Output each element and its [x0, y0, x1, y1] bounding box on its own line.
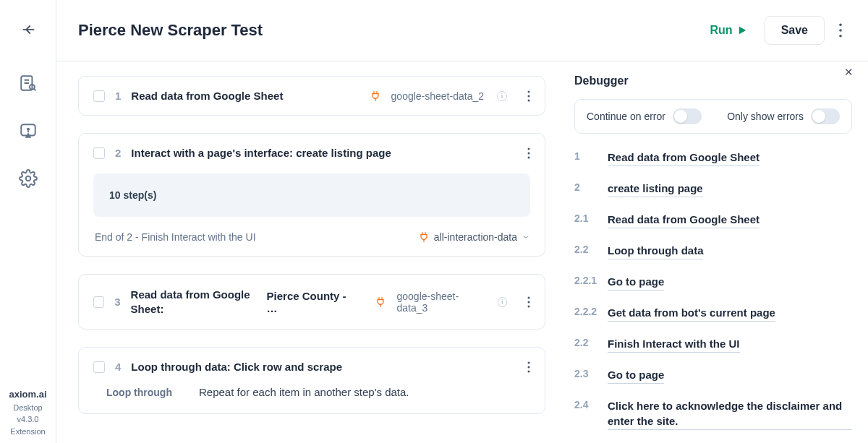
debugger-item[interactable]: 2.2Loop through data	[574, 243, 852, 259]
svg-point-6	[839, 29, 842, 32]
step-number: 3	[114, 296, 120, 308]
step-number: 1	[115, 90, 121, 102]
step-label: Loop through data: Click row and scrape	[131, 361, 342, 373]
svg-point-13	[528, 156, 530, 158]
page-title: Pierce New Scraper Test	[78, 21, 700, 40]
debugger-item-text: Go to page	[608, 274, 664, 291]
svg-point-9	[528, 95, 530, 97]
debugger-item-text: Go to page	[608, 367, 664, 384]
step-menu-button[interactable]	[527, 147, 530, 159]
save-button[interactable]: Save	[765, 16, 825, 45]
play-icon	[737, 25, 747, 35]
step-menu-button[interactable]	[527, 361, 530, 373]
data-output-tag: google-sheet-data_3	[396, 291, 484, 314]
debugger-item[interactable]: 2create listing page	[574, 181, 852, 197]
svg-point-7	[839, 35, 842, 38]
alerts-icon[interactable]	[19, 121, 38, 140]
search-steps-icon[interactable]	[19, 74, 38, 93]
step-sublabel: Pierce County - …	[267, 290, 355, 314]
info-icon[interactable]: i	[498, 297, 507, 307]
brand-version: v4.3.0	[9, 413, 46, 426]
run-button[interactable]: Run	[700, 17, 757, 44]
debugger-item-text: Read data from Google Sheet	[608, 212, 760, 228]
svg-point-17	[528, 361, 530, 364]
debugger-item-number: 2.2.1	[574, 274, 599, 286]
debugger-item-number: 2.2.2	[574, 305, 599, 317]
debugger-title: Debugger	[574, 74, 852, 87]
data-output-tag: all-interaction-data	[434, 231, 517, 243]
step-label: Read data from Google Sheet	[131, 90, 283, 102]
svg-point-19	[528, 370, 530, 372]
svg-point-10	[528, 99, 530, 101]
step-card[interactable]: 3 Read data from Google Sheet: Pierce Co…	[78, 274, 545, 330]
debugger-item[interactable]: 1Read data from Google Sheet	[574, 150, 852, 166]
steps-panel: 1 Read data from Google Sheet google-she…	[56, 61, 564, 443]
brand-extension: Extension	[9, 426, 46, 438]
debugger-item-number: 2.1	[574, 212, 599, 224]
step-menu-button[interactable]	[527, 90, 530, 102]
debugger-list: 1Read data from Google Sheet2create list…	[574, 150, 852, 443]
plug-icon	[418, 231, 430, 243]
svg-point-16	[528, 305, 530, 307]
debugger-item[interactable]: 2.2.1Go to page	[574, 274, 852, 291]
continue-on-error-toggle[interactable]	[673, 108, 702, 124]
debugger-item-text: Click here to acknowledge the disclaimer…	[608, 398, 852, 430]
step-end-label: End of 2 - Finish Interact with the UI	[95, 231, 256, 243]
debugger-item-text: Get data from bot's current page	[608, 305, 775, 322]
step-checkbox[interactable]	[93, 90, 105, 102]
brand-line: Desktop	[9, 402, 46, 414]
debugger-item-number: 2.3	[574, 367, 599, 379]
debugger-item-number: 2.2	[574, 243, 599, 255]
debugger-item[interactable]: 2.1Read data from Google Sheet	[574, 212, 852, 228]
debugger-item-number: 2	[574, 181, 599, 193]
svg-point-11	[528, 147, 530, 150]
step-end-row: End of 2 - Finish Interact with the UI a…	[93, 231, 530, 243]
chevron-down-icon	[522, 233, 530, 241]
debugger-item[interactable]: 2.3Go to page	[574, 367, 852, 384]
info-icon[interactable]: i	[497, 91, 507, 101]
step-menu-button[interactable]	[527, 296, 530, 308]
settings-icon[interactable]	[19, 169, 38, 188]
svg-point-14	[528, 296, 530, 298]
debugger-item[interactable]: 2.4Click here to acknowledge the disclai…	[574, 398, 852, 430]
svg-point-8	[528, 90, 530, 93]
loop-field-desc: Repeat for each item in another step's d…	[199, 386, 409, 400]
topbar: Pierce New Scraper Test Run Save	[56, 0, 868, 61]
debugger-panel: ✕ Debugger Continue on error Only show e…	[564, 61, 868, 443]
loop-field-label: Loop through	[106, 386, 179, 400]
step-card[interactable]: 1 Read data from Google Sheet google-she…	[78, 76, 545, 116]
step-label: Interact with a page's interface: create…	[131, 147, 391, 159]
svg-point-3	[27, 129, 28, 130]
back-button[interactable]	[20, 22, 36, 38]
svg-point-4	[25, 176, 30, 181]
debugger-controls: Continue on error Only show errors	[574, 99, 852, 134]
step-inner-count[interactable]: 10 step(s)	[93, 173, 530, 217]
step-checkbox[interactable]	[93, 147, 105, 159]
run-label: Run	[710, 24, 733, 37]
step-checkbox[interactable]	[93, 296, 104, 308]
debugger-item[interactable]: 2.2.2Get data from bot's current page	[574, 305, 852, 322]
step-checkbox[interactable]	[93, 361, 105, 373]
close-icon[interactable]: ✕	[844, 66, 854, 79]
data-output-select[interactable]: all-interaction-data	[418, 231, 530, 243]
continue-on-error-label: Continue on error	[587, 111, 665, 122]
debugger-item[interactable]: 2.2Finish Interact with the UI	[574, 336, 852, 353]
step-number: 2	[115, 147, 121, 159]
data-output-tag: google-sheet-data_2	[391, 90, 484, 102]
debugger-item-number: 2.2	[574, 336, 599, 348]
brand-footer: axiom.ai Desktop v4.3.0 Extension	[9, 387, 46, 443]
plug-icon	[375, 296, 386, 308]
step-card[interactable]: 2 Interact with a page's interface: crea…	[78, 133, 545, 257]
debugger-item-text: Read data from Google Sheet	[608, 150, 760, 166]
plug-icon	[370, 90, 381, 102]
debugger-item-text: create listing page	[608, 181, 703, 197]
only-show-errors-toggle[interactable]	[811, 108, 840, 124]
step-card[interactable]: 4 Loop through data: Click row and scrap…	[78, 347, 545, 414]
step-label: Read data from Google Sheet:	[131, 288, 254, 316]
svg-point-15	[528, 301, 530, 303]
debugger-item-text: Loop through data	[608, 243, 703, 259]
only-show-errors-label: Only show errors	[727, 111, 804, 122]
left-sidebar: axiom.ai Desktop v4.3.0 Extension	[0, 0, 56, 443]
more-menu-button[interactable]	[835, 23, 846, 38]
debugger-item-text: Finish Interact with the UI	[608, 336, 740, 353]
